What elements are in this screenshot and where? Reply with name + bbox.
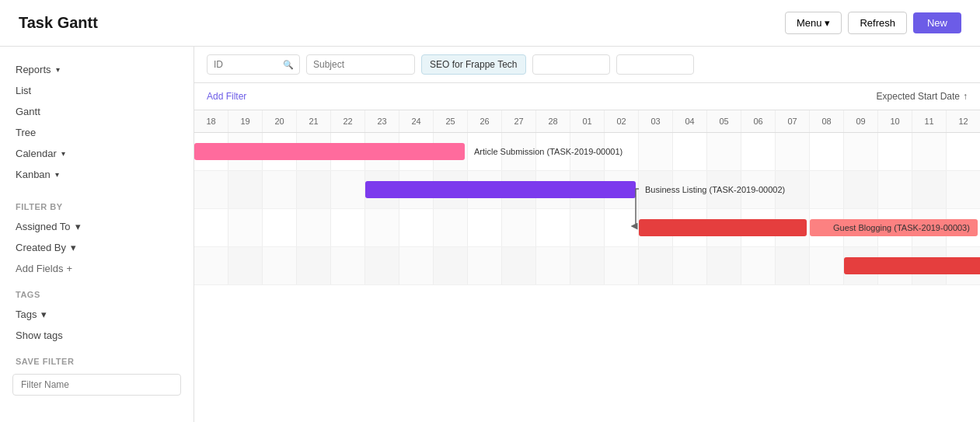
gantt-date-cell: 02 xyxy=(605,110,639,132)
filter-label: Assigned To xyxy=(16,221,71,232)
sidebar-item-tree[interactable]: Tree xyxy=(0,122,194,143)
chevron-down-icon: ▾ xyxy=(825,17,830,29)
show-tags-button[interactable]: Show tags xyxy=(0,325,194,346)
sidebar-filter-created-by[interactable]: Created By ▾ xyxy=(0,237,194,258)
sidebar-nav: Reports ▾ List Gantt Tree Calendar ▾ Kan… xyxy=(0,59,194,185)
id-filter-wrap: 🔍 xyxy=(207,54,300,75)
chevron-down-icon: ▾ xyxy=(75,221,81,232)
sort-icon: ↑ xyxy=(963,91,968,102)
tags-section-label: TAGS xyxy=(0,279,194,304)
gantt-row xyxy=(194,247,980,285)
search-icon: 🔍 xyxy=(283,60,294,70)
gantt-date-cell: 19 xyxy=(228,110,263,132)
gantt-date-cell: 08 xyxy=(810,110,844,132)
menu-label: Menu xyxy=(797,17,822,29)
sidebar-item-label: List xyxy=(16,85,31,96)
gantt-date-cell: 22 xyxy=(331,110,365,132)
filter-label: Created By xyxy=(16,242,66,253)
gantt-task-bar[interactable] xyxy=(844,257,980,274)
sidebar-item-label: Tree xyxy=(16,127,36,138)
sidebar-item-label: Kanban xyxy=(16,169,51,180)
filter-by-label: FILTER BY xyxy=(0,191,194,216)
gantt-date-cell: 24 xyxy=(399,110,434,132)
gantt-date-cell: 09 xyxy=(844,110,878,132)
sidebar-item-gantt[interactable]: Gantt xyxy=(0,101,194,122)
gantt-date-cell: 27 xyxy=(502,110,536,132)
gantt-date-cell: 28 xyxy=(536,110,570,132)
gantt-date-cell: 01 xyxy=(570,110,605,132)
sidebar-item-label: Gantt xyxy=(16,106,40,117)
sidebar-item-calendar[interactable]: Calendar ▾ xyxy=(0,143,194,164)
chevron-down-icon: ▾ xyxy=(71,242,76,253)
filter-tag-empty-1[interactable] xyxy=(532,54,610,75)
gantt-date-cell: 20 xyxy=(263,110,297,132)
sidebar: Reports ▾ List Gantt Tree Calendar ▾ Kan… xyxy=(0,47,194,422)
chevron-down-icon: ▾ xyxy=(61,149,65,158)
gantt-date-header: 1819202122232425262728010203040506070809… xyxy=(194,110,980,133)
sidebar-item-label: Reports xyxy=(16,64,51,75)
refresh-button[interactable]: Refresh xyxy=(848,12,907,34)
gantt-date-cell: 06 xyxy=(741,110,776,132)
add-fields-button[interactable]: Add Fields + xyxy=(0,258,194,279)
menu-button[interactable]: Menu ▾ xyxy=(785,12,842,34)
gantt-date-cell: 07 xyxy=(776,110,810,132)
sidebar-item-reports[interactable]: Reports ▾ xyxy=(0,59,194,80)
chevron-down-icon: ▾ xyxy=(41,309,47,320)
gantt-rows: Article Submission (TASK-2019-00001)Busi… xyxy=(194,133,980,285)
gantt-task-bar[interactable] xyxy=(365,181,636,198)
gantt-area: 1819202122232425262728010203040506070809… xyxy=(194,110,980,422)
subject-filter-input[interactable] xyxy=(306,54,415,75)
gantt-date-cell: 12 xyxy=(947,110,980,132)
filter-actions-bar: Add Filter Expected Start Date ↑ xyxy=(194,83,980,110)
header-actions: Menu ▾ Refresh New xyxy=(785,12,961,34)
sidebar-item-kanban[interactable]: Kanban ▾ xyxy=(0,164,194,185)
page-title: Task Gantt xyxy=(19,14,98,32)
gantt-row: Guest Blogging (TASK-2019-00003) xyxy=(194,209,980,247)
gantt-date-cell: 04 xyxy=(673,110,707,132)
gantt-date-cell: 21 xyxy=(297,110,331,132)
tags-label: Tags xyxy=(16,309,37,320)
chevron-down-icon: ▾ xyxy=(55,170,59,179)
show-tags-label: Show tags xyxy=(16,330,63,341)
add-filter-button[interactable]: Add Filter xyxy=(207,89,246,103)
sidebar-item-list[interactable]: List xyxy=(0,80,194,101)
seo-filter-tag[interactable]: SEO for Frappe Tech xyxy=(421,54,526,75)
gantt-date-cell: 03 xyxy=(639,110,673,132)
sidebar-filter-assigned-to[interactable]: Assigned To ▾ xyxy=(0,216,194,237)
sidebar-item-label: Calendar xyxy=(16,148,57,159)
filter-name-input[interactable] xyxy=(12,374,181,396)
gantt-date-cell: 23 xyxy=(365,110,399,132)
gantt-row: Business Listing (TASK-2019-00002) xyxy=(194,171,980,209)
new-button[interactable]: New xyxy=(913,12,961,33)
filter-bar: 🔍 SEO for Frappe Tech xyxy=(194,47,980,83)
expected-start-date-label: Expected Start Date ↑ xyxy=(877,91,968,102)
gantt-date-cell: 10 xyxy=(878,110,912,132)
gantt-date-cell: 05 xyxy=(707,110,741,132)
gantt-task-label: Business Listing (TASK-2019-00002) xyxy=(642,185,785,194)
gantt-task-bar[interactable] xyxy=(639,219,807,236)
gantt-date-cell: 26 xyxy=(468,110,502,132)
chevron-down-icon: ▾ xyxy=(56,65,60,74)
gantt-date-cell: 18 xyxy=(194,110,228,132)
add-fields-label: Add Fields xyxy=(16,263,63,274)
filter-tag-empty-2[interactable] xyxy=(616,54,694,75)
gantt-task-bar[interactable] xyxy=(194,143,465,160)
gantt-task-label: Guest Blogging (TASK-2019-00003) xyxy=(830,223,970,232)
sidebar-tags-item[interactable]: Tags ▾ xyxy=(0,304,194,325)
gantt-date-cell: 25 xyxy=(434,110,468,132)
gantt-row: Article Submission (TASK-2019-00001) xyxy=(194,133,980,171)
subject-filter-wrap xyxy=(306,54,415,75)
gantt-date-cell: 11 xyxy=(912,110,947,132)
gantt-task-label: Article Submission (TASK-2019-00001) xyxy=(471,147,623,156)
save-filter-label: SAVE FILTER xyxy=(0,346,194,371)
plus-icon: + xyxy=(66,263,72,274)
content-area: 🔍 SEO for Frappe Tech Add Filter Expecte… xyxy=(194,47,980,422)
